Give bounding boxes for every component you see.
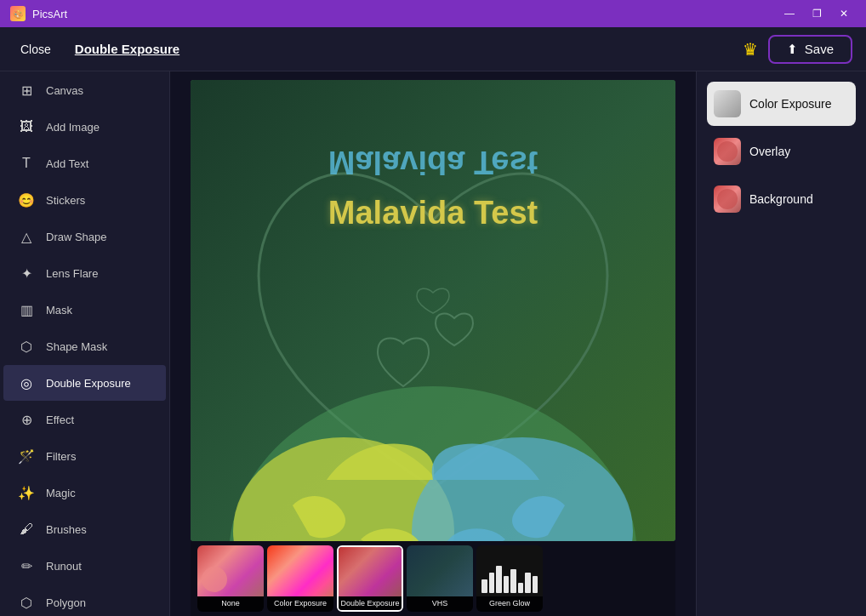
sidebar-item-magic[interactable]: ✨ Magic xyxy=(3,475,166,510)
sidebar-item-shape-mask[interactable]: ⬡ Shape Mask xyxy=(3,328,166,364)
canvas-icon: ⊞ xyxy=(17,81,36,100)
close-button[interactable]: Close xyxy=(14,39,58,60)
maximize-button[interactable]: ❐ xyxy=(805,5,829,22)
save-button[interactable]: ⬆ Save xyxy=(768,35,852,64)
double-exposure-icon: ◎ xyxy=(17,374,36,392)
film-thumb-none xyxy=(197,545,264,596)
sidebar-item-double-exposure[interactable]: ◎ Double Exposure xyxy=(3,365,166,401)
film-thumb-color-exposure xyxy=(267,545,333,596)
overlay-thumb xyxy=(714,138,741,165)
panel-option-color-exposure[interactable]: Color Exposure xyxy=(707,82,856,126)
sidebar-item-lens-flare[interactable]: ✦ Lens Flare xyxy=(3,255,166,291)
panel-option-overlay[interactable]: Overlay xyxy=(707,129,856,174)
window-controls: — ❐ ✕ xyxy=(778,5,856,22)
filmstrip: None Color Exposure Double Exposure VHS … xyxy=(191,541,675,616)
save-label: Save xyxy=(805,42,834,56)
runout-icon: ✏ xyxy=(17,556,36,575)
app-title: PicsArt xyxy=(32,8,67,20)
sidebar-item-polygon[interactable]: ⬡ Polygon xyxy=(3,585,166,616)
film-item-none[interactable]: None xyxy=(197,545,264,612)
mask-icon: ▥ xyxy=(17,300,36,319)
premium-icon: ♛ xyxy=(743,39,758,60)
canvas-text-mirror: Malavida Test xyxy=(328,144,538,180)
sidebar-label-polygon: Polygon xyxy=(46,596,86,609)
background-thumb xyxy=(714,185,741,213)
sidebar-item-add-image[interactable]: 🖼 Add Image xyxy=(3,109,166,145)
header-right: ♛ ⬆ Save xyxy=(743,35,852,64)
canvas-image: Malavida Test Malavida Test xyxy=(191,80,675,541)
sidebar-label-magic: Magic xyxy=(46,487,76,499)
film-thumb-vhs xyxy=(407,545,473,596)
filters-icon: 🪄 xyxy=(17,447,36,465)
title-bar: 🎨 PicsArt — ❐ ✕ xyxy=(0,0,866,27)
right-panel: Color Exposure Overlay Background xyxy=(696,71,866,616)
main-layout: ⊞ Canvas 🖼 Add Image T Add Text 😊 Sticke… xyxy=(0,71,866,616)
panel-option-label-overlay: Overlay xyxy=(749,145,790,158)
canvas-text-main: Malavida Test xyxy=(328,195,538,231)
sidebar-label-stickers: Stickers xyxy=(46,194,85,207)
sidebar-label-add-image: Add Image xyxy=(46,121,100,134)
sidebar-label-canvas: Canvas xyxy=(46,84,83,97)
minimize-button[interactable]: — xyxy=(778,5,801,22)
polygon-icon: ⬡ xyxy=(17,593,36,612)
sidebar-label-lens-flare: Lens Flare xyxy=(46,267,98,280)
sidebar-label-runout: Runout xyxy=(46,560,82,573)
film-label-green-glow: Green Glow xyxy=(476,596,543,612)
sidebar-label-draw-shape: Draw Shape xyxy=(46,231,107,243)
sidebar-item-filters[interactable]: 🪄 Filters xyxy=(3,438,166,474)
sidebar-item-add-text[interactable]: T Add Text xyxy=(3,145,166,181)
share-icon: ⬆ xyxy=(787,42,798,57)
title-bar-left: 🎨 PicsArt xyxy=(10,6,67,21)
panel-option-label-color-exposure: Color Exposure xyxy=(749,97,832,111)
draw-shape-icon: △ xyxy=(17,227,36,246)
header-left: Close Double Exposure xyxy=(14,39,179,60)
app-icon: 🎨 xyxy=(10,6,26,21)
panel-option-label-background: Background xyxy=(749,192,813,206)
film-item-green-glow[interactable]: Green Glow xyxy=(476,545,543,612)
sidebar-label-double-exposure: Double Exposure xyxy=(46,377,131,390)
close-window-button[interactable]: ✕ xyxy=(832,5,856,22)
add-text-icon: T xyxy=(17,154,36,173)
sidebar-item-canvas[interactable]: ⊞ Canvas xyxy=(3,72,166,108)
film-thumb-double-exposure xyxy=(339,547,402,596)
sidebar-item-runout[interactable]: ✏ Runout xyxy=(3,548,166,584)
film-label-vhs: VHS xyxy=(407,596,473,612)
sidebar-item-mask[interactable]: ▥ Mask xyxy=(3,292,166,328)
page-title: Double Exposure xyxy=(75,42,179,56)
sidebar: ⊞ Canvas 🖼 Add Image T Add Text 😊 Sticke… xyxy=(0,71,170,616)
color-exposure-thumb xyxy=(714,90,741,117)
film-item-vhs[interactable]: VHS xyxy=(407,545,473,612)
film-thumb-green-glow xyxy=(476,545,543,596)
sidebar-label-filters: Filters xyxy=(46,450,76,463)
panel-option-background[interactable]: Background xyxy=(707,177,856,221)
sidebar-item-stickers[interactable]: 😊 Stickers xyxy=(3,182,166,218)
sidebar-item-draw-shape[interactable]: △ Draw Shape xyxy=(3,219,166,254)
sidebar-label-shape-mask: Shape Mask xyxy=(46,340,107,353)
film-item-color-exposure[interactable]: Color Exposure xyxy=(267,545,333,612)
artwork: Malavida Test Malavida Test xyxy=(191,80,675,541)
sidebar-label-effect: Effect xyxy=(46,414,74,426)
sidebar-item-effect[interactable]: ⊕ Effect xyxy=(3,402,166,437)
canvas-area: Malavida Test Malavida Test None Color E… xyxy=(170,71,696,616)
sidebar-label-add-text: Add Text xyxy=(46,157,88,170)
header-bar: Close Double Exposure ♛ ⬆ Save xyxy=(0,27,866,71)
film-label-color-exposure: Color Exposure xyxy=(267,596,333,612)
add-image-icon: 🖼 xyxy=(17,117,36,136)
magic-icon: ✨ xyxy=(17,483,36,502)
sidebar-label-mask: Mask xyxy=(46,304,72,317)
sidebar-label-brushes: Brushes xyxy=(46,523,87,536)
brushes-icon: 🖌 xyxy=(17,520,36,539)
sidebar-item-brushes[interactable]: 🖌 Brushes xyxy=(3,511,166,547)
lens-flare-icon: ✦ xyxy=(17,264,36,282)
film-label-none: None xyxy=(197,596,264,612)
film-label-double-exposure: Double Exposure xyxy=(339,596,402,610)
effect-icon: ⊕ xyxy=(17,410,36,429)
stickers-icon: 😊 xyxy=(17,191,36,209)
film-item-double-exposure[interactable]: Double Exposure xyxy=(337,545,403,612)
shape-mask-icon: ⬡ xyxy=(17,337,36,356)
